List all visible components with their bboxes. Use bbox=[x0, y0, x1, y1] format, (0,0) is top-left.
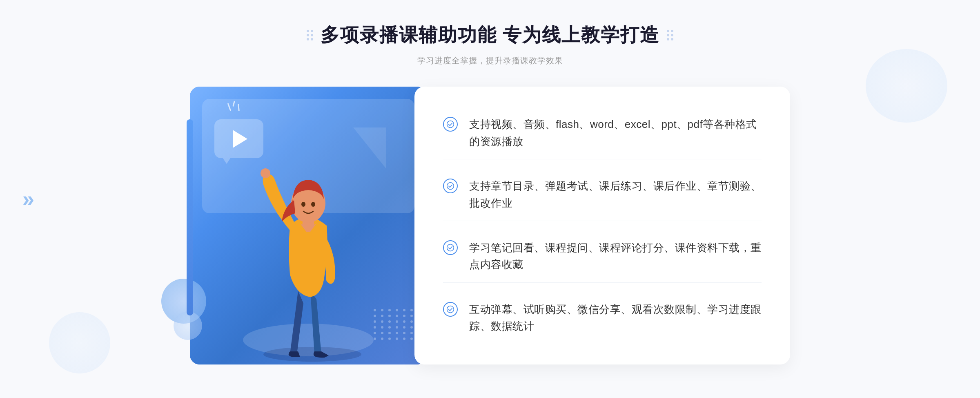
check-svg-3 bbox=[446, 244, 454, 252]
feature-item-3: 学习笔记回看、课程提问、课程评论打分、课件资料下载，重点内容收藏 bbox=[443, 230, 762, 283]
svg-point-1 bbox=[263, 347, 361, 362]
check-svg-4 bbox=[446, 305, 454, 313]
page-container: » 多项录播课辅助功能 专为线上教学打造 学习进度全掌握，提升录播课教学效果 bbox=[0, 0, 980, 398]
check-circle-icon-2 bbox=[443, 179, 458, 193]
vertical-blue-bar bbox=[187, 119, 193, 315]
check-svg-2 bbox=[446, 182, 454, 190]
feature-item-1: 支持视频、音频、flash、word、excel、ppt、pdf等各种格式的资源… bbox=[443, 107, 762, 159]
person-figure-illustration bbox=[231, 127, 386, 364]
bg-decoration-1 bbox=[866, 49, 947, 123]
feature-text-3: 学习笔记回看、课程提问、课程评论打分、课件资料下载，重点内容收藏 bbox=[469, 239, 762, 273]
circle-decoration-2 bbox=[174, 311, 202, 340]
svg-point-7 bbox=[447, 121, 454, 128]
check-circle-icon-1 bbox=[443, 117, 458, 132]
svg-marker-6 bbox=[353, 127, 386, 168]
main-content: 支持视频、音频、flash、word、excel、ppt、pdf等各种格式的资源… bbox=[163, 87, 817, 364]
svg-point-2 bbox=[261, 168, 270, 178]
illustration-card bbox=[190, 87, 427, 364]
header-title-row: 多项录播课辅助功能 专为线上教学打造 bbox=[307, 22, 674, 48]
svg-point-4 bbox=[301, 202, 305, 207]
bg-decoration-2 bbox=[49, 312, 110, 373]
svg-point-5 bbox=[311, 202, 315, 207]
left-arrow-decoration: » bbox=[22, 187, 34, 211]
check-circle-icon-3 bbox=[443, 240, 458, 255]
svg-point-9 bbox=[447, 244, 454, 251]
content-panel: 支持视频、音频、flash、word、excel、ppt、pdf等各种格式的资源… bbox=[414, 87, 790, 364]
feature-text-2: 支持章节目录、弹题考试、课后练习、课后作业、章节测验、批改作业 bbox=[469, 178, 762, 212]
feature-text-4: 互动弹幕、试听购买、微信分享、观看次数限制、学习进度跟踪、数据统计 bbox=[469, 301, 762, 335]
check-svg-1 bbox=[446, 120, 454, 128]
check-circle-icon-4 bbox=[443, 302, 458, 317]
svg-point-10 bbox=[447, 306, 454, 313]
right-decor-dots-icon bbox=[667, 30, 673, 40]
page-title: 多项录播课辅助功能 专为线上教学打造 bbox=[321, 22, 660, 48]
page-subtitle: 学习进度全掌握，提升录播课教学效果 bbox=[307, 55, 674, 66]
feature-item-4: 互动弹幕、试听购买、微信分享、观看次数限制、学习进度跟踪、数据统计 bbox=[443, 292, 762, 344]
svg-point-8 bbox=[447, 183, 454, 190]
feature-text-1: 支持视频、音频、flash、word、excel、ppt、pdf等各种格式的资源… bbox=[469, 116, 762, 150]
feature-item-2: 支持章节目录、弹题考试、课后练习、课后作业、章节测验、批改作业 bbox=[443, 169, 762, 221]
left-decor-dots-icon bbox=[307, 30, 313, 40]
header-section: 多项录播课辅助功能 专为线上教学打造 学习进度全掌握，提升录播课教学效果 bbox=[307, 22, 674, 66]
